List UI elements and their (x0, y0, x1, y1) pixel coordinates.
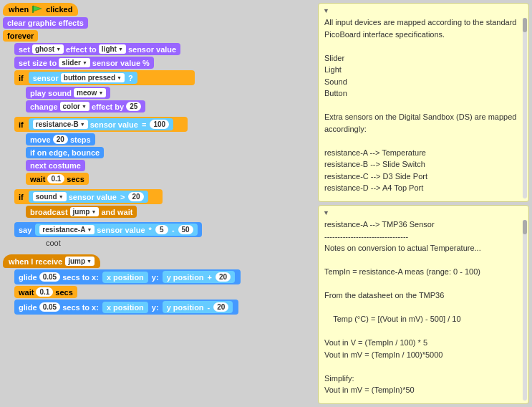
note2-text: resistance-A --> TMP36 Sensor ----------… (324, 220, 481, 404)
meow-dropdown[interactable]: meow (74, 88, 106, 97)
scrollbar-thumb-2[interactable] (523, 220, 527, 234)
wait2-block[interactable]: wait 0.1 secs (14, 286, 312, 298)
resistance-a-dropdown[interactable]: resistance-A (39, 225, 95, 234)
minus-val[interactable]: 50 (178, 225, 193, 234)
glide1-val[interactable]: 0.05 (39, 272, 60, 282)
note1-text: All input devices are mapped according t… (324, 18, 519, 192)
play-sound-block[interactable]: play sound meow (26, 87, 312, 99)
color-dropdown[interactable]: color (60, 102, 90, 111)
say-block[interactable]: say resistance-A sensor value * 5 - 50 (14, 222, 312, 237)
minus2-val[interactable]: 20 (213, 302, 228, 312)
sound-dropdown[interactable]: sound (33, 192, 67, 201)
notes-panel: ▼ All input devices are mapped according… (315, 0, 532, 407)
next-costume-block[interactable]: next costume (26, 160, 312, 171)
clear-effects-block[interactable]: clear graphic effects (3, 17, 312, 29)
glide2-block[interactable]: glide 0.05 secs to x: x position y: y po… (14, 300, 312, 315)
if-button-block[interactable]: if sensor button pressed ? (14, 70, 312, 85)
scrollbar-thumb-1[interactable] (523, 18, 527, 32)
scrollbar-track-1[interactable] (523, 18, 527, 198)
clear-effects[interactable]: clear graphic effects (3, 17, 88, 29)
note1-content: All input devices are mapped according t… (324, 16, 523, 194)
note2-arrow: ▼ (323, 209, 329, 218)
blocks-panel: when clicked clear graphic effects forev… (0, 0, 315, 407)
change-color-block[interactable]: change color effect by 25 (26, 100, 312, 112)
resistance-b-dropdown[interactable]: resistance-B (33, 120, 88, 129)
svg-marker-0 (33, 6, 42, 11)
clicked-label: clicked (46, 5, 72, 14)
wait2-val[interactable]: 0.1 (36, 287, 53, 297)
ghost-dropdown[interactable]: ghost (32, 44, 64, 54)
move-block[interactable]: move 20 steps (26, 133, 312, 145)
jump-dropdown[interactable]: jump (70, 207, 100, 216)
light-dropdown[interactable]: light (99, 44, 126, 54)
effect-val[interactable]: 25 (126, 102, 141, 111)
jump-receive-dropdown[interactable]: jump (65, 257, 95, 266)
if-on-edge-block[interactable]: if on edge, bounce (26, 147, 312, 158)
scrollbar-track-2[interactable] (523, 220, 527, 401)
set-size-block[interactable]: set size to slider sensor value % (14, 57, 312, 69)
plus-val[interactable]: 20 (216, 272, 231, 282)
hat-block-when-clicked[interactable]: when clicked (3, 3, 312, 16)
val-100[interactable]: 100 (150, 120, 169, 129)
slider-dropdown[interactable]: slider (59, 58, 90, 67)
set-ghost-block[interactable]: set ghost effect to light sensor value (14, 43, 312, 55)
coot-label: coot (46, 239, 312, 247)
note1-arrow: ▼ (323, 6, 329, 16)
when-label: when (9, 5, 29, 14)
broadcast-block[interactable]: broadcast jump and wait (26, 206, 312, 218)
forever-label[interactable]: forever (3, 30, 38, 42)
mul-val[interactable]: 5 (155, 225, 168, 234)
note-panel-2: ▼ resistance-A --> TMP36 Sensor --------… (318, 205, 529, 404)
note2-content: resistance-A --> TMP36 Sensor ----------… (324, 219, 523, 404)
glide2-val[interactable]: 0.05 (39, 302, 60, 312)
flag-icon (32, 5, 43, 14)
if-resistance-b-block[interactable]: if resistance-B sensor value = 100 (14, 117, 312, 132)
button-dropdown[interactable]: button pressed (61, 73, 125, 82)
hat-block-receive[interactable]: when I receive jump (3, 254, 312, 268)
wait-block[interactable]: wait 0.1 secs (26, 173, 312, 185)
forever-block[interactable]: forever (3, 30, 312, 42)
move-steps[interactable]: 20 (53, 135, 68, 144)
glide1-block[interactable]: glide 0.05 secs to x: x position y: y po… (14, 269, 312, 284)
note-panel-1: ▼ All input devices are mapped according… (318, 3, 529, 202)
wait-val[interactable]: 0.1 (47, 174, 64, 183)
if-sound-block[interactable]: if sound sensor value > 20 (14, 189, 312, 204)
sound-val[interactable]: 20 (128, 192, 143, 201)
